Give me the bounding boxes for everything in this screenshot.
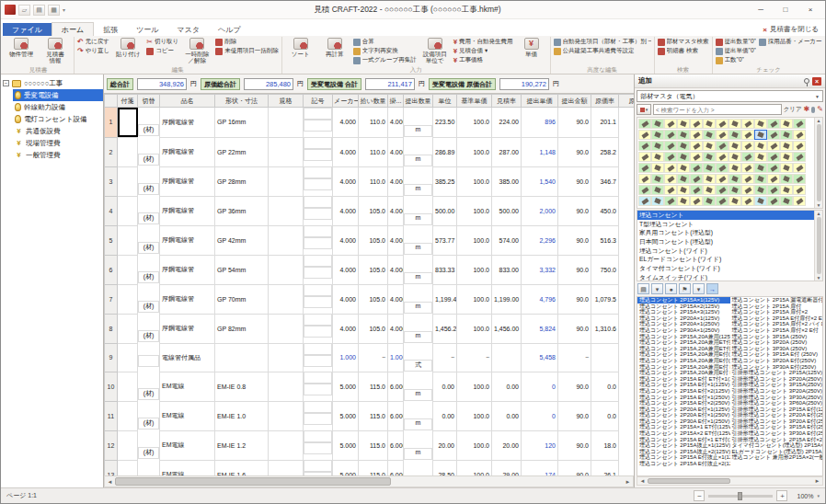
part-item[interactable]: 引掛形埋込コンセント 2P20A E付(250V: [730, 412, 823, 418]
equipment-unit-button[interactable]: 設備項目 単位で: [419, 37, 451, 63]
part-icon[interactable]: [651, 130, 664, 140]
part-item[interactable]: 埋込コンセント 2P15A E付 ET付×1(125V): [637, 376, 730, 383]
tree-item-1[interactable]: 幹線動力設備: [13, 101, 103, 113]
grid-cell[interactable]: (材): [138, 447, 159, 459]
property-management-button[interactable]: 物件管理: [6, 37, 37, 57]
grid-cell[interactable]: 4.000: [388, 108, 404, 138]
grid-cell[interactable]: [269, 225, 304, 255]
grid-header-5[interactable]: 規格: [269, 95, 304, 108]
grid-cell[interactable]: 100.0: [457, 166, 492, 196]
edit-icon[interactable]: ✎: [817, 105, 823, 114]
grid-cell[interactable]: 1,199.45: [433, 284, 457, 314]
quick-access-caret-icon[interactable]: ▾: [63, 6, 65, 13]
grid-cell[interactable]: −: [558, 343, 591, 372]
part-icon[interactable]: [741, 196, 754, 206]
grid-cell[interactable]: 1.000: [333, 343, 359, 372]
mic-icon[interactable]: [811, 107, 815, 113]
grid-cell[interactable]: [118, 166, 138, 196]
part-item[interactable]: 埋込コンセント 2P15A×3(125V): [637, 309, 730, 315]
part-icon[interactable]: [664, 141, 677, 151]
part-icon[interactable]: [664, 119, 677, 129]
part-item[interactable]: 埋込コンセント 2P15A 扉付×2: [730, 309, 823, 315]
group-list-v-scrollbar[interactable]: ▲▼: [814, 211, 822, 281]
grid-cell[interactable]: 0.0: [591, 401, 619, 430]
grid-cell[interactable]: EM-IE 1.2: [215, 430, 269, 460]
work-price-button[interactable]: ¥工事価格: [453, 56, 513, 64]
grid-cell[interactable]: 5.000: [333, 430, 359, 460]
grid-cell[interactable]: 1,540: [522, 166, 558, 196]
grid-cell[interactable]: [269, 255, 304, 284]
part-group-item[interactable]: 埋込コンセント: [637, 211, 814, 220]
grid-cell[interactable]: 100.0: [457, 460, 492, 475]
part-item[interactable]: 埋込コンセント 2P15A,20A兼用ET付(250V): [637, 346, 730, 352]
grid-cell[interactable]: [304, 430, 332, 442]
part-icon[interactable]: [716, 152, 728, 162]
grid-cell[interactable]: [304, 267, 332, 279]
part-icon[interactable]: [651, 141, 664, 151]
grid-cell[interactable]: [304, 208, 332, 220]
unit-cell[interactable]: m▼: [404, 331, 432, 343]
part-icon[interactable]: [703, 119, 716, 129]
grid-cell[interactable]: 174: [522, 460, 558, 475]
unit-cell[interactable]: m▼: [404, 213, 432, 225]
grid-cell[interactable]: 4.000: [388, 196, 404, 225]
part-icon[interactable]: [651, 163, 664, 173]
part-icon[interactable]: [728, 174, 741, 184]
grid-cell[interactable]: 90.0: [558, 372, 591, 401]
grid-cell[interactable]: GP 42mm: [215, 225, 269, 255]
grid-cell[interactable]: 18.0: [591, 430, 619, 460]
grid-cell[interactable]: 573.77: [433, 225, 457, 255]
grid-cell[interactable]: 20.00: [492, 430, 522, 460]
grid-cell[interactable]: 833.33: [433, 255, 457, 284]
grid-cell[interactable]: 1,079.5: [591, 284, 619, 314]
part-icon[interactable]: [638, 196, 651, 206]
part-item[interactable]: 埋込コンセント 2P15A E付抜止×2(125V): [637, 461, 730, 467]
grid-cell[interactable]: [492, 343, 522, 372]
grid-cell[interactable]: [304, 225, 332, 237]
part-item[interactable]: 埋込コンセント 2P15A抜止×1(125V): [637, 442, 730, 449]
grid-cell[interactable]: 0: [522, 401, 558, 430]
grid-cell[interactable]: 100.0: [457, 430, 492, 460]
part-icon[interactable]: [728, 130, 741, 140]
grid-header-17[interactable]: 原価: [619, 95, 635, 108]
tree-item-3[interactable]: ¥共通仮設費: [13, 125, 103, 137]
grid-cell[interactable]: [304, 237, 332, 249]
part-icon[interactable]: [767, 130, 780, 140]
part-icon[interactable]: [728, 196, 741, 206]
grid-cell[interactable]: 516.3: [591, 225, 619, 255]
grid-cell[interactable]: 厚鋼電線管: [160, 196, 215, 225]
grid-cell[interactable]: 224.00: [492, 108, 522, 138]
grid-header-12[interactable]: 基準単価: [457, 95, 492, 108]
part-icon[interactable]: [664, 185, 677, 195]
part-icon[interactable]: [690, 152, 703, 162]
grid-header-14[interactable]: 提出単価: [522, 95, 558, 108]
grid-cell[interactable]: (材): [138, 388, 159, 400]
grid-cell[interactable]: [269, 343, 304, 372]
redo-button[interactable]: ↷やり直し: [77, 47, 109, 55]
grid-cell[interactable]: GP 82mm: [215, 314, 269, 343]
favorite-icon[interactable]: ✱: [804, 105, 810, 114]
part-icon[interactable]: [767, 185, 780, 195]
grid-cell[interactable]: EM-IE 0.8: [215, 372, 269, 401]
part-icon[interactable]: [677, 119, 690, 129]
grid-cell[interactable]: 0.0: [591, 372, 619, 401]
part-icon[interactable]: [793, 119, 806, 129]
grid-cell[interactable]: 厚鋼電線管: [160, 314, 215, 343]
part-item[interactable]: 引掛形埋込コンセント 3P30A(250V): [730, 395, 823, 401]
tree-item-0[interactable]: 受変電設備: [13, 89, 103, 101]
collapse-icon[interactable]: −: [3, 80, 9, 86]
grid-header-6[interactable]: 記号: [304, 95, 333, 108]
grid-cell[interactable]: [304, 178, 332, 190]
grid-cell[interactable]: 100.0: [457, 108, 492, 138]
manhour-zero-button[interactable]: 工数"0": [716, 56, 756, 64]
grid-header-13[interactable]: 見積率: [492, 95, 522, 108]
grid-cell[interactable]: 90.0: [558, 460, 591, 475]
grid-cell[interactable]: 6.000: [388, 430, 404, 460]
grid-cell[interactable]: 4,796: [522, 284, 558, 314]
grid-cell[interactable]: GP 22mm: [215, 137, 269, 166]
unit-price-button[interactable]: ¥単価: [516, 37, 547, 57]
grid-header-11[interactable]: 単位: [433, 95, 457, 108]
grid-cell[interactable]: [304, 166, 332, 178]
grid-cell[interactable]: [269, 460, 304, 475]
grid-header-10[interactable]: 提出数量: [404, 95, 433, 108]
